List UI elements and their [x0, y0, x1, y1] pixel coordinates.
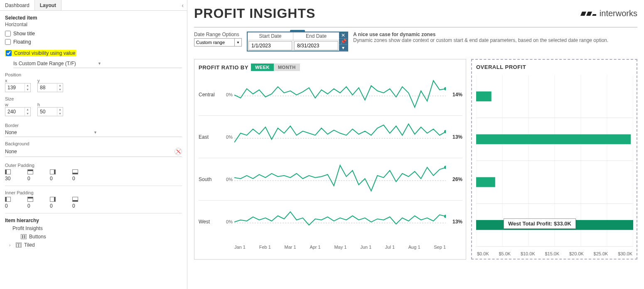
- tab-dashboard[interactable]: Dashboard: [0, 0, 34, 10]
- item-hierarchy-header: Item hierarchy: [5, 218, 182, 223]
- y-input[interactable]: 88 ▲▼: [37, 83, 63, 92]
- outer-pad-bottom[interactable]: 0: [72, 169, 78, 181]
- brand-logo: interworks: [580, 9, 637, 18]
- sparkline-rows: Central0%14%East0%13%South0%26%West0%13%: [199, 73, 462, 243]
- selected-item-value: Horizontal: [5, 22, 182, 27]
- tab-layout[interactable]: Layout: [34, 0, 61, 10]
- start-date-header: Start Date: [248, 32, 293, 40]
- w-input[interactable]: 240 ▲▼: [5, 107, 31, 116]
- start-date-input[interactable]: 1/1/2023: [248, 41, 292, 50]
- none-color-swatch-icon: [175, 148, 182, 155]
- inner-pad-top[interactable]: 0: [27, 197, 33, 209]
- xaxis-tick: Mar 1: [285, 245, 296, 250]
- hierarchy-tiled[interactable]: ›Tiled: [5, 241, 182, 249]
- show-title-checkbox-row[interactable]: Show title: [5, 31, 182, 37]
- overall-profit-chart: OVERALL PROFIT $0.0K$5.0K$10.0K$15.0K$20…: [471, 59, 637, 260]
- side-tabs: Dashboard Layout ‹: [0, 0, 187, 11]
- show-title-label: Show title: [13, 31, 35, 37]
- size-header: Size: [5, 96, 182, 101]
- brand-text: interworks: [600, 9, 637, 18]
- seg-week[interactable]: WEEK: [251, 64, 274, 71]
- profit-ratio-chart: PROFIT RATIO BY WEEK MONTH Central0%14%E…: [194, 59, 466, 260]
- end-date-input[interactable]: 8/31/2023: [294, 41, 338, 50]
- inner-pad-right[interactable]: 0: [50, 197, 56, 209]
- control-visibility-label: Control visibility using value: [14, 50, 75, 56]
- region-label: Central: [199, 92, 223, 98]
- visibility-field-select[interactable]: Is Custom Date Range (T/F) ▼: [13, 61, 182, 68]
- svg-marker-2: [592, 14, 596, 16]
- xaxis-tick: $15.0K: [545, 251, 559, 256]
- border-select[interactable]: None ▼: [5, 128, 182, 137]
- hierarchy-root[interactable]: Profit Insights: [5, 224, 182, 233]
- layout-panel: Dashboard Layout ‹ Selected item Horizon…: [0, 0, 187, 289]
- y-field: y 88 ▲▼: [37, 78, 63, 92]
- control-visibility-checkbox-row[interactable]: Control visibility using value: [5, 50, 76, 56]
- sparkline-row-central: Central0%14%: [199, 73, 462, 116]
- x-input[interactable]: 139 ▲▼: [5, 83, 31, 92]
- sparkline-row-south: South0%26%: [199, 158, 462, 201]
- date-range-select[interactable]: Custom range ▼: [194, 38, 242, 47]
- bar-central[interactable]: [476, 91, 492, 101]
- background-header: Background: [5, 141, 182, 146]
- xaxis-tick: May 1: [334, 245, 347, 250]
- w-spinner[interactable]: ▲▼: [25, 108, 30, 116]
- close-icon[interactable]: ✕: [339, 32, 347, 39]
- bar-east[interactable]: [476, 134, 631, 144]
- h-label: h: [37, 102, 63, 107]
- background-value: None: [5, 149, 175, 154]
- xaxis-tick: Jan 1: [234, 245, 246, 250]
- h-value: 50: [38, 109, 57, 115]
- y-label: y: [37, 78, 63, 83]
- floating-checkbox-row[interactable]: Floating: [5, 39, 182, 45]
- chevron-down-icon: ▼: [234, 39, 240, 46]
- hierarchy-buttons[interactable]: Buttons: [5, 233, 182, 241]
- chevron-down-icon: ▼: [93, 130, 182, 135]
- outer-pad-right[interactable]: 0: [50, 169, 56, 181]
- inner-padding-grid: 0 0 0 0: [5, 197, 182, 209]
- end-date-header: End Date: [293, 32, 339, 40]
- x-field: x 139 ▲▼: [5, 78, 31, 92]
- chevron-down-icon[interactable]: ▾: [339, 45, 347, 51]
- date-parameters-zone[interactable]: Start Date 1/1/2023 End Date 8/31/2023 ✕…: [247, 32, 348, 51]
- zero-label: 0%: [223, 92, 234, 97]
- zero-label: 0%: [223, 219, 234, 224]
- background-select[interactable]: None: [5, 146, 182, 157]
- h-input[interactable]: 50 ▲▼: [37, 107, 63, 116]
- pin-icon[interactable]: 📌: [339, 39, 347, 45]
- svg-point-10: [444, 215, 446, 218]
- svg-point-8: [444, 166, 446, 169]
- item-hierarchy: Item hierarchy Profit Insights Buttons ›…: [5, 218, 182, 249]
- y-spinner[interactable]: ▲▼: [57, 83, 63, 92]
- desc-body: Dynamic zones show date context or custo…: [353, 37, 608, 43]
- xaxis-tick: $5.0K: [499, 251, 511, 256]
- collapse-panel-icon[interactable]: ‹: [178, 2, 187, 9]
- outer-padding-header: Outer Padding: [5, 163, 182, 168]
- zone-toolbar: ✕ 📌 ▾: [339, 32, 347, 51]
- desc-title: A nice use case for dynamic zones: [353, 32, 435, 37]
- region-label: South: [199, 176, 223, 182]
- expand-icon[interactable]: ›: [9, 243, 13, 247]
- h-spinner[interactable]: ▲▼: [57, 108, 63, 116]
- show-title-checkbox[interactable]: [5, 31, 11, 37]
- position-header: Position: [5, 72, 182, 77]
- xaxis-tick: Sep 1: [434, 245, 446, 250]
- bar-south[interactable]: [476, 177, 495, 187]
- x-spinner[interactable]: ▲▼: [25, 83, 30, 92]
- inner-pad-left[interactable]: 0: [5, 197, 11, 209]
- container-icon: [21, 234, 27, 239]
- seg-month[interactable]: MONTH: [274, 64, 300, 71]
- floating-checkbox[interactable]: [5, 39, 11, 45]
- region-label: West: [199, 219, 223, 225]
- interworks-mark-icon: [580, 10, 597, 18]
- xaxis-tick: $20.0K: [569, 251, 584, 256]
- pad-left-icon: [5, 169, 11, 174]
- date-range-label: Date Range Options: [194, 32, 242, 37]
- chevron-down-icon: ▼: [98, 61, 182, 66]
- inner-pad-bottom[interactable]: 0: [72, 197, 78, 209]
- outer-pad-top[interactable]: 0: [27, 169, 33, 181]
- date-range-options: Date Range Options Custom range ▼: [194, 32, 242, 47]
- w-field: w 240 ▲▼: [5, 102, 31, 116]
- outer-pad-left[interactable]: 30: [5, 169, 11, 181]
- start-date-col: Start Date 1/1/2023: [248, 32, 293, 51]
- control-visibility-checkbox[interactable]: [6, 50, 12, 56]
